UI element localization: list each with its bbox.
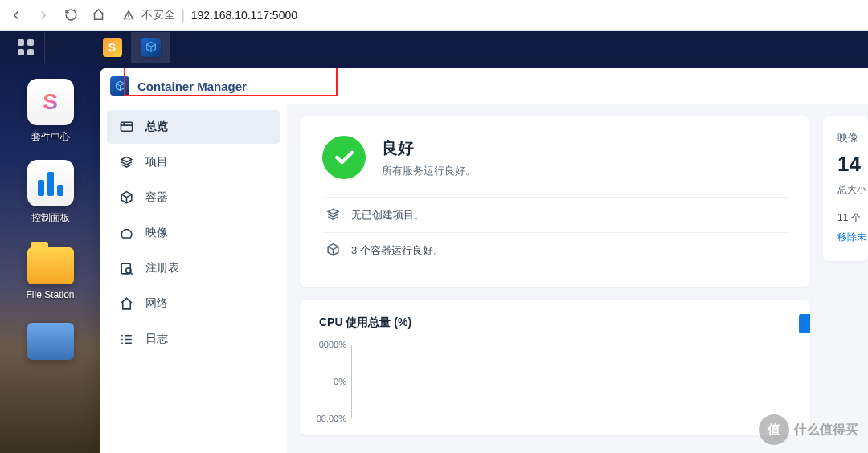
folder-icon [27, 247, 74, 284]
forward-button[interactable] [34, 6, 53, 25]
insecure-label: 不安全 [141, 8, 175, 22]
image-icon [118, 225, 134, 241]
sidebar-item-label: 项目 [145, 155, 168, 169]
taskbar-menu[interactable] [6, 32, 45, 63]
desktop-icons: 套件中心 控制面板 File Station [0, 79, 100, 365]
status-row-text: 3 个容器运行良好。 [351, 243, 444, 258]
sidebar-item-label: 网络 [145, 296, 168, 311]
window-header[interactable]: Container Manager [100, 68, 868, 104]
status-row: 无已创建项目。 [322, 198, 788, 232]
browser-toolbar: 不安全 | 192.168.10.117:5000 [0, 0, 868, 31]
home-button[interactable] [88, 6, 108, 25]
remove-unused-link[interactable]: 移除未 [837, 231, 866, 243]
container-icon [326, 243, 340, 258]
image-summary-card: 映像 14 总大小 11 个 移除未 [823, 116, 868, 261]
url-text: 192.168.10.117:5000 [191, 9, 297, 22]
taskbar: S [0, 31, 868, 64]
window-title: Container Manager [137, 80, 247, 93]
y-tick: 0% [334, 377, 346, 386]
sidebar-item-overview[interactable]: 总览 [107, 110, 280, 144]
sidebar-item-label: 注册表 [145, 261, 179, 275]
address-bar[interactable]: 不安全 | 192.168.10.117:5000 [122, 8, 297, 22]
image-card-label: 映像 [837, 131, 865, 145]
pkg-icon: S [103, 38, 122, 57]
status-title: 良好 [382, 137, 476, 159]
container-icon [118, 190, 134, 206]
y-tick: 0000% [319, 340, 346, 349]
status-row: 3 个容器运行良好。 [322, 232, 788, 267]
network-icon [118, 296, 134, 312]
chart-title: CPU 使用总量 (%) [319, 316, 791, 330]
overview-icon [118, 119, 134, 135]
reload-button[interactable] [61, 6, 80, 25]
image-check-line: 11 个 [837, 208, 865, 227]
sidebar-item-registry[interactable]: 注册表 [107, 251, 280, 285]
control-panel-icon [27, 160, 74, 206]
project-icon [326, 207, 340, 222]
container-icon [141, 38, 161, 57]
icon-label: 套件中心 [31, 130, 70, 144]
content-area: 良好 所有服务运行良好。 无已创建项目。3 个容器运行良好。 CPU 使用总量 … [287, 104, 868, 453]
cpu-chart-card: CPU 使用总量 (%) 0000% 0% 00.00% [300, 300, 810, 435]
status-row-text: 无已创建项目。 [351, 208, 424, 222]
sidebar-item-container[interactable]: 容器 [107, 181, 280, 214]
insecure-icon [122, 9, 135, 22]
chart-legend-button[interactable] [799, 314, 810, 333]
watermark-badge: 值 [759, 414, 789, 445]
image-count: 14 [837, 152, 865, 177]
window-body: 总览项目容器映像注册表网络日志 良好 所有服务运行良好。 [100, 104, 868, 453]
y-tick: 00.00% [317, 414, 346, 423]
desktop-icon-pkg[interactable]: 套件中心 [18, 79, 83, 144]
log-icon [118, 331, 134, 347]
taskbar-app-container[interactable] [132, 32, 170, 63]
sidebar-item-label: 容器 [145, 190, 168, 205]
sidebar-item-network[interactable]: 网络 [107, 287, 280, 320]
storage-icon [27, 323, 74, 360]
chart-area: 0000% 0% 00.00% [351, 338, 791, 418]
icon-label: 控制面板 [31, 211, 70, 225]
registry-icon [118, 260, 134, 276]
icon-label: File Station [26, 289, 74, 300]
sidebar-item-image[interactable]: 映像 [107, 216, 280, 250]
status-card: 良好 所有服务运行良好。 无已创建项目。3 个容器运行良好。 [300, 116, 810, 287]
sidebar-item-label: 映像 [145, 226, 168, 240]
sidebar-item-project[interactable]: 项目 [107, 145, 280, 179]
pkg-center-icon [27, 79, 74, 125]
sidebar-item-label: 日志 [145, 332, 168, 346]
sidebar-item-log[interactable]: 日志 [107, 322, 280, 356]
separator: | [182, 9, 185, 22]
image-size-label: 总大小 [837, 183, 865, 197]
svg-rect-0 [121, 122, 132, 131]
status-subtitle: 所有服务运行良好。 [382, 164, 476, 178]
desktop-icon-ctrl[interactable]: 控制面板 [18, 160, 83, 225]
desktop-icon-filestation[interactable]: File Station [18, 241, 83, 300]
container-manager-window: Container Manager 总览项目容器映像注册表网络日志 [100, 68, 868, 453]
project-icon [118, 154, 134, 170]
sidebar-item-label: 总览 [145, 120, 168, 134]
status-ok-icon [322, 136, 366, 179]
apps-icon [18, 39, 34, 55]
taskbar-app-pkg[interactable]: S [93, 32, 132, 63]
desktop-icon-storage[interactable] [18, 316, 83, 365]
back-button[interactable] [6, 6, 26, 25]
desktop: S 套件中心 控制面板 File Station [0, 31, 868, 453]
watermark-text: 什么值得买 [794, 422, 858, 439]
app-icon [110, 76, 129, 96]
watermark: 值 什么值得买 [759, 414, 858, 445]
sidebar: 总览项目容器映像注册表网络日志 [100, 104, 287, 453]
